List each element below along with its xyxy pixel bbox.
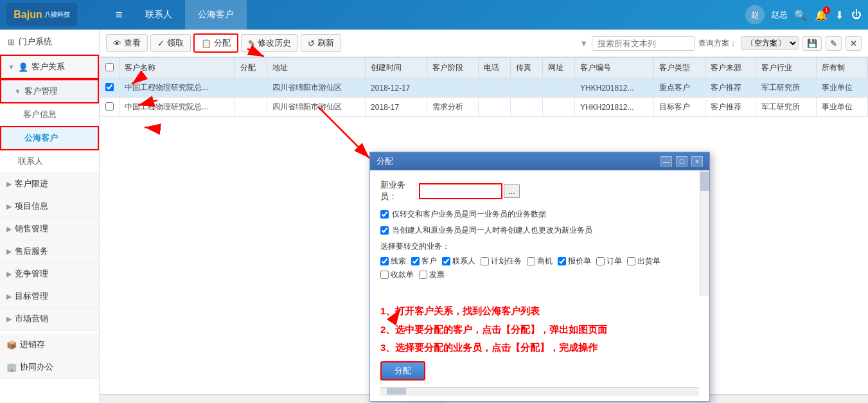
business-checkbox[interactable] bbox=[527, 257, 535, 265]
claim-icon: ✓ bbox=[157, 39, 164, 48]
same-salesman-checkbox[interactable] bbox=[380, 210, 389, 219]
table-header-row: 客户名称 分配 地址 创建时间 客户阶段 电话 传真 网址 客户编号 客户类型 … bbox=[100, 58, 868, 78]
search-icon[interactable]: 🔍 bbox=[794, 9, 807, 21]
row-checkbox2[interactable] bbox=[105, 102, 114, 111]
invoice-checkbox[interactable] bbox=[419, 271, 427, 279]
modify-history-button[interactable]: ✎ 修改历史 bbox=[241, 34, 298, 52]
cell-phone2 bbox=[478, 98, 510, 117]
sidebar-portal[interactable]: ⊞ 门户系统 bbox=[0, 30, 99, 55]
sidebar-item-project-info[interactable]: ▶ 项目信息 bbox=[0, 195, 99, 218]
portal-label: 门户系统 bbox=[19, 36, 52, 48]
edit-query-button[interactable]: ✎ bbox=[826, 36, 842, 51]
select-all-checkbox[interactable] bbox=[105, 63, 114, 71]
col-customer-no: 客户编号 bbox=[575, 58, 654, 78]
transfer-quote[interactable]: 报价单 bbox=[558, 256, 591, 267]
cell-created-time: 2018-12-17 bbox=[366, 78, 427, 98]
nav-item-public-customer[interactable]: 公海客户 bbox=[185, 0, 247, 30]
transfer-delivery[interactable]: 出货单 bbox=[627, 256, 660, 267]
table-row[interactable]: 中国工程物理研究院总... 四川省绵阳市游仙区 2018-12-17 YHKH2… bbox=[100, 78, 868, 98]
quote-checkbox[interactable] bbox=[558, 257, 566, 265]
search-input[interactable] bbox=[592, 36, 695, 51]
transfer-invoice[interactable]: 发票 bbox=[419, 269, 445, 280]
modal-bottom-scrollbar[interactable] bbox=[380, 387, 699, 396]
top-navigation: Bajun 八骏科技 ≡ 联系人 公海客户 赵 赵总 🔍 🔔1 ⬇ ⏻ bbox=[0, 0, 868, 30]
cell-created-time2: 2018-17 bbox=[366, 98, 427, 117]
cell-distribute bbox=[235, 78, 267, 98]
transfer-business[interactable]: 商机 bbox=[527, 256, 553, 267]
transfer-contacts[interactable]: 联系人 bbox=[442, 256, 475, 267]
plan-task-checkbox[interactable] bbox=[481, 257, 489, 265]
cell-fax2 bbox=[510, 98, 542, 117]
filter-icon: ▼ bbox=[580, 39, 588, 48]
row-checkbox[interactable] bbox=[105, 83, 114, 91]
view-button[interactable]: 👁 查看 bbox=[106, 34, 148, 52]
modal-minimize-button[interactable]: — bbox=[660, 156, 672, 166]
caret-icon2: ▶ bbox=[6, 202, 12, 211]
nav-item-contacts[interactable]: 联系人 bbox=[132, 0, 185, 30]
sidebar-item-customer-limit[interactable]: ▶ 客户限进 bbox=[0, 173, 99, 195]
logo-area: Bajun 八骏科技 bbox=[6, 3, 106, 26]
receipt-label: 收款单 bbox=[391, 269, 414, 280]
delivery-checkbox[interactable] bbox=[627, 257, 635, 265]
transfer-receipt[interactable]: 收款单 bbox=[380, 269, 414, 280]
creator-checkbox[interactable] bbox=[380, 226, 389, 235]
sidebar-item-sales-mgmt[interactable]: ▶ 销售管理 bbox=[0, 218, 99, 240]
sidebar-item-customer-mgmt[interactable]: ▼ 客户管理 bbox=[0, 79, 99, 103]
sidebar-item-inventory[interactable]: 📦 进销存 bbox=[0, 334, 99, 356]
transfer-plan-task[interactable]: 计划任务 bbox=[481, 256, 522, 267]
save-query-button[interactable]: 💾 bbox=[802, 36, 822, 51]
sidebar-item-contacts[interactable]: 联系人 bbox=[0, 150, 99, 173]
transfer-order[interactable]: 订单 bbox=[596, 256, 622, 267]
after-sales-label: 售后服务 bbox=[15, 246, 48, 257]
caret-icon5: ▶ bbox=[6, 270, 12, 278]
delete-query-button[interactable]: ✕ bbox=[846, 36, 862, 51]
cell-type2: 目标客户 bbox=[653, 98, 705, 117]
sidebar-item-market[interactable]: ▶ 市场营销 bbox=[0, 308, 99, 330]
hamburger-menu[interactable]: ≡ bbox=[106, 8, 132, 22]
row-checkbox-cell2[interactable] bbox=[100, 98, 120, 117]
bell-icon[interactable]: 🔔1 bbox=[815, 9, 828, 21]
customer-checkbox[interactable] bbox=[411, 257, 420, 265]
cell-phone bbox=[478, 78, 510, 98]
checkbox-same-salesman-row: 仅转交和客户业务员是同一业务员的业务数据 bbox=[380, 209, 689, 220]
claim-button[interactable]: ✓ 领取 bbox=[150, 34, 191, 52]
expand-icon-sub: ▼ bbox=[14, 87, 21, 95]
expand-icon: ▼ bbox=[8, 63, 15, 71]
contacts-checkbox[interactable] bbox=[442, 257, 450, 265]
sidebar-item-customer-relations[interactable]: ▼ 👤 客户关系 bbox=[0, 55, 99, 79]
clue-checkbox[interactable] bbox=[380, 257, 389, 265]
table-row[interactable]: 中国工程物理研究院总... 四川省绵阳市游仙区 2018-17 需求分析 YHK… bbox=[100, 98, 868, 117]
sidebar-item-office[interactable]: 🏢 协同办公 bbox=[0, 356, 99, 379]
query-scheme-select[interactable]: 〔空方案〕 bbox=[741, 36, 799, 50]
refresh-button[interactable]: ↺ 刷新 bbox=[301, 34, 341, 52]
col-address: 地址 bbox=[267, 58, 366, 78]
new-salesman-input[interactable] bbox=[419, 183, 502, 199]
sidebar-item-target-mgmt[interactable]: ▶ 目标管理 bbox=[0, 285, 99, 308]
sidebar-item-after-sales[interactable]: ▶ 售后服务 bbox=[0, 240, 99, 263]
sidebar-item-competitor[interactable]: ▶ 竞争管理 bbox=[0, 263, 99, 285]
new-salesman-label: 新业务员： bbox=[380, 179, 419, 202]
col-ownership: 所有制 bbox=[817, 58, 868, 78]
sidebar-item-customer-info[interactable]: 客户信息 bbox=[0, 103, 99, 126]
competitor-label: 竞争管理 bbox=[15, 268, 48, 280]
modal-confirm-button[interactable]: 分配 bbox=[380, 361, 425, 381]
distribute-button[interactable]: 📋 分配 bbox=[193, 33, 238, 53]
order-checkbox[interactable] bbox=[596, 257, 605, 265]
sidebar-item-public-customer[interactable]: 公海客户 bbox=[0, 126, 99, 150]
row-checkbox-cell[interactable] bbox=[100, 78, 120, 98]
receipt-checkbox[interactable] bbox=[380, 271, 389, 279]
cell-industry2: 军工研究所 bbox=[756, 98, 817, 117]
cell-industry: 军工研究所 bbox=[756, 78, 817, 98]
modal-scrollbar[interactable] bbox=[700, 170, 709, 296]
clue-label: 线索 bbox=[391, 256, 406, 267]
cell-address: 四川省绵阳市游仙区 bbox=[267, 78, 366, 98]
power-icon[interactable]: ⏻ bbox=[851, 9, 862, 21]
salesman-picker-button[interactable]: ... bbox=[504, 184, 520, 198]
modal-close-button[interactable]: × bbox=[691, 156, 703, 166]
instruction-text: 1、打开客户关系，找到公海客户列表 2、选中要分配的客户，点击【分配】，弹出如图… bbox=[370, 296, 709, 357]
modal-restore-button[interactable]: □ bbox=[676, 156, 687, 166]
cell-source: 客户推荐 bbox=[705, 78, 756, 98]
download-icon[interactable]: ⬇ bbox=[835, 9, 844, 21]
transfer-clue[interactable]: 线索 bbox=[380, 256, 406, 267]
transfer-customer[interactable]: 客户 bbox=[411, 256, 437, 267]
